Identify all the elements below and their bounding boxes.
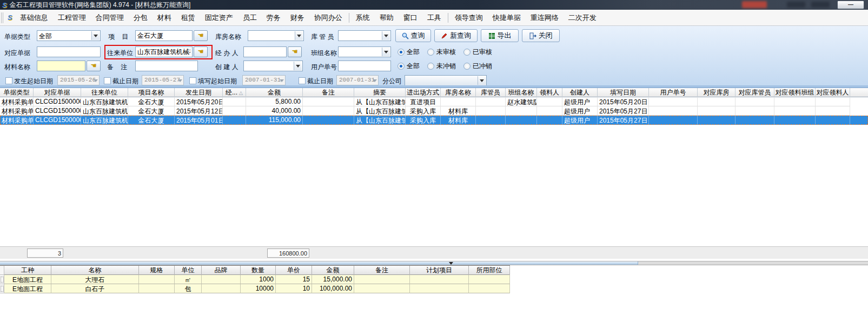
remark-input[interactable] xyxy=(135,61,198,71)
dropdown-arrow-icon[interactable] xyxy=(91,31,100,40)
menu-item[interactable]: 员工 xyxy=(238,11,262,25)
column-header[interactable]: 领料人 xyxy=(537,88,562,97)
close-button[interactable]: 关闭 xyxy=(522,29,560,42)
column-header[interactable]: 项目名称 xyxy=(128,88,175,97)
dropdown-arrow-icon[interactable] xyxy=(382,31,390,40)
radio-option[interactable]: 已冲销 xyxy=(463,62,492,71)
menu-item[interactable]: 帮助 xyxy=(375,11,399,25)
column-header[interactable]: 对应单据 xyxy=(34,88,81,97)
date-filter-select[interactable]: 2015-05-27 xyxy=(142,75,184,85)
menu-item[interactable]: 材料 xyxy=(153,11,176,25)
column-header[interactable]: 备注 xyxy=(303,88,354,97)
table-row[interactable]: 材料采购单CLCGD150000004山东百脉建筑机械金石大厦2015年05月1… xyxy=(0,106,868,116)
detail-table-row[interactable]: E地面工程大理石㎡10001515,000.00 xyxy=(0,275,510,284)
dropdown-arrow-icon[interactable] xyxy=(295,31,303,40)
menu-item[interactable]: 工具 xyxy=(422,11,446,25)
dropdown-arrow-icon[interactable] xyxy=(478,76,486,85)
detail-column-header[interactable]: 计划项目 xyxy=(410,266,469,275)
column-header[interactable]: 进出场方式 xyxy=(406,88,441,97)
menu-item[interactable]: 领导查询 xyxy=(450,11,488,25)
detail-column-header[interactable]: 单位 xyxy=(175,266,202,275)
detail-column-header[interactable]: 所用部位 xyxy=(469,266,510,275)
column-header[interactable]: 发生日期 xyxy=(175,88,223,97)
column-header[interactable]: 填写日期 xyxy=(598,88,649,97)
detail-column-header[interactable]: 金额 xyxy=(312,266,354,275)
menu-item[interactable]: 工程管理 xyxy=(53,11,91,25)
column-header[interactable]: 对应库房 xyxy=(698,88,736,97)
detail-column-header[interactable]: 规格 xyxy=(139,266,175,275)
menu-item[interactable]: 合同管理 xyxy=(91,11,129,25)
column-header[interactable]: 摘要 xyxy=(354,88,406,97)
material-input[interactable] xyxy=(37,61,85,71)
menu-item[interactable]: 劳务 xyxy=(262,11,286,25)
menu-item[interactable]: 租赁 xyxy=(176,11,200,25)
horizontal-scrollbar[interactable] xyxy=(0,261,868,265)
toolbar-grip[interactable] xyxy=(1,12,3,23)
date-filter-checkbox[interactable] xyxy=(189,77,196,84)
menu-item[interactable]: 窗口 xyxy=(399,11,422,25)
detail-table-row[interactable]: E地面工程白石子包1000010100,000.00 xyxy=(0,284,510,293)
vendor-lookup-button[interactable]: ☚ xyxy=(194,46,208,57)
project-lookup-button[interactable]: ☚ xyxy=(194,30,208,41)
column-header[interactable]: 金额 xyxy=(246,88,303,97)
menu-item[interactable]: 基础信息 xyxy=(15,11,53,25)
project-input[interactable] xyxy=(135,30,193,41)
export-button[interactable]: 导出 xyxy=(481,29,519,42)
dropdown-arrow-icon[interactable] xyxy=(294,62,302,70)
query-button[interactable]: 查询 xyxy=(395,29,431,42)
menu-item[interactable]: 分包 xyxy=(129,11,153,25)
minimize-button[interactable]: — xyxy=(837,1,864,9)
table-row[interactable]: 材料采购单CLCGD150000001山东百脉建筑机械金石大厦2015年05月2… xyxy=(0,97,868,106)
date-filter-checkbox[interactable] xyxy=(299,77,306,84)
team-select[interactable] xyxy=(338,46,391,57)
warehouse-select[interactable] xyxy=(248,30,304,41)
keeper-select[interactable] xyxy=(338,30,391,41)
date-filter-select[interactable]: 2007-01-31 xyxy=(336,75,379,85)
detail-column-header[interactable]: 工种 xyxy=(4,266,51,275)
table-row[interactable]: 材料采购单CLCGD150000005山东百脉建筑机械金石大厦2015年05月0… xyxy=(0,116,868,125)
column-header[interactable]: 用户单号 xyxy=(649,88,698,97)
column-header[interactable]: 库房名称 xyxy=(441,88,476,97)
new-query-button[interactable]: 新查询 xyxy=(434,29,478,42)
menu-item[interactable]: 财务 xyxy=(286,11,309,25)
detail-column-header[interactable]: 名称 xyxy=(51,266,139,275)
detail-column-header[interactable]: 数量 xyxy=(241,266,276,275)
radio-option[interactable]: 全部 xyxy=(397,62,420,71)
column-header[interactable]: 对应领料人 xyxy=(816,88,850,97)
creator-select[interactable] xyxy=(243,61,303,71)
doc-type-select[interactable]: 全部 xyxy=(37,30,101,41)
menu-item[interactable]: 重连网络 xyxy=(526,11,564,25)
menu-item[interactable]: 协同办公 xyxy=(309,11,347,25)
column-header[interactable]: 单据类型 xyxy=(0,88,34,97)
column-header[interactable]: 往来单位 xyxy=(81,88,128,97)
radio-option[interactable]: 未冲销 xyxy=(427,62,456,71)
agent-lookup-button[interactable]: ☚ xyxy=(288,46,302,57)
column-header[interactable]: 创建人 xyxy=(562,88,598,97)
counter-doc-input[interactable] xyxy=(37,46,101,57)
date-filter-select[interactable]: 2015-05-26 xyxy=(57,75,100,85)
column-header[interactable]: 经...△ xyxy=(223,88,246,97)
radio-option[interactable]: 全部 xyxy=(397,48,420,57)
menu-item[interactable]: 二次开发 xyxy=(564,11,601,25)
detail-column-header[interactable]: 品牌 xyxy=(202,266,241,275)
menu-item[interactable]: 快捷单据 xyxy=(488,11,526,25)
scrollbar-thumb[interactable] xyxy=(0,261,638,265)
column-header[interactable]: 班组名称 xyxy=(506,88,537,97)
detail-column-header[interactable]: 单价 xyxy=(276,266,312,275)
vendor-input[interactable] xyxy=(135,46,193,57)
radio-option[interactable]: 已审核 xyxy=(463,48,492,57)
menu-item[interactable]: 固定资产 xyxy=(200,11,238,25)
menu-item[interactable]: 系统 xyxy=(351,11,375,25)
radio-option[interactable]: 未审核 xyxy=(427,48,456,57)
column-header[interactable]: 对应领料班组 xyxy=(774,88,816,97)
date-filter-checkbox[interactable] xyxy=(104,77,111,84)
column-header[interactable]: 库管员 xyxy=(476,88,506,97)
agent-input[interactable] xyxy=(243,46,287,57)
material-lookup-button[interactable]: ☚ xyxy=(87,61,101,71)
dropdown-arrow-icon[interactable] xyxy=(382,48,390,56)
branch-select[interactable] xyxy=(405,75,487,86)
user-no-input[interactable] xyxy=(338,61,391,71)
date-filter-checkbox[interactable] xyxy=(5,77,12,84)
date-filter-select[interactable]: 2007-01-31 xyxy=(242,75,286,85)
column-header[interactable]: 对应库管员 xyxy=(736,88,774,97)
